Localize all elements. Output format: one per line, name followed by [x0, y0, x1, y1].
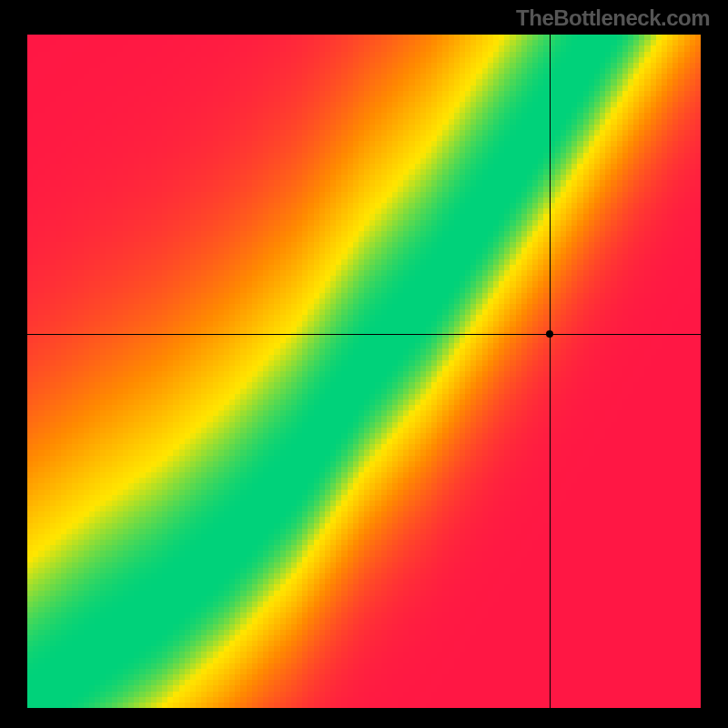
watermark-text: TheBottleneck.com [516, 5, 710, 31]
crosshair-horizontal [27, 334, 701, 335]
heatmap-plot [27, 35, 701, 708]
heatmap-canvas [27, 35, 701, 708]
crosshair-marker-dot [546, 330, 553, 338]
crosshair-vertical [550, 35, 551, 708]
